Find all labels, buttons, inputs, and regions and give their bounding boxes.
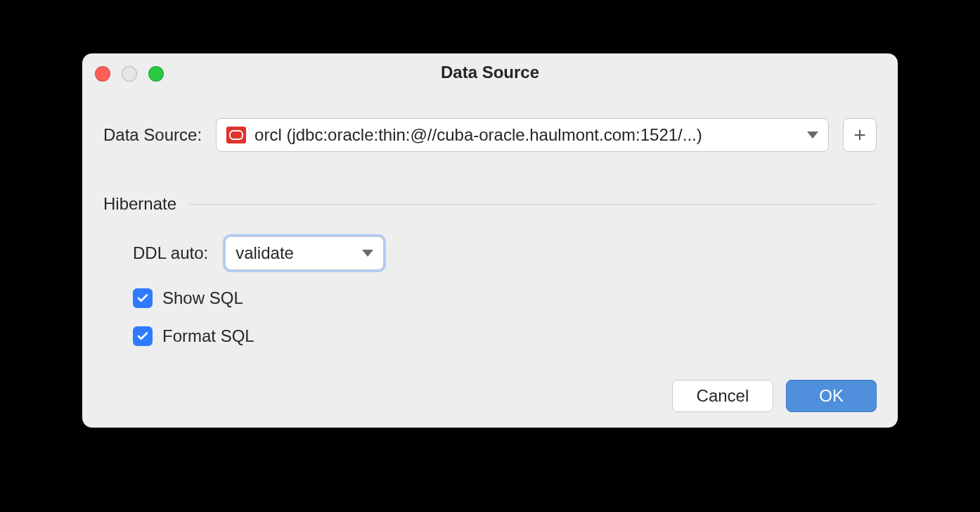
hibernate-section-header: Hibernate [103,194,877,214]
dialog-content: Data Source: orcl (jdbc:oracle:thin:@//c… [82,91,898,428]
close-window-button[interactable] [95,66,110,82]
dialog-title: Data Source [441,63,539,82]
checkmark-icon [136,292,149,305]
data-source-combo[interactable]: orcl (jdbc:oracle:thin:@//cuba-oracle.ha… [216,118,829,152]
ddl-auto-row: DDL auto: validate [103,236,877,270]
dialog-footer: Cancel OK [103,380,877,412]
section-divider [189,204,877,205]
hibernate-label: Hibernate [103,194,176,214]
ddl-auto-value: validate [236,243,354,263]
data-source-row: Data Source: orcl (jdbc:oracle:thin:@//c… [103,118,877,152]
plus-icon: + [853,123,866,147]
format-sql-row: Format SQL [103,326,877,346]
dialog-window: Data Source Data Source: orcl (jdbc:orac… [82,53,898,428]
minimize-window-button[interactable] [122,66,137,82]
ddl-auto-combo[interactable]: validate [225,236,384,270]
chevron-down-icon [807,132,818,139]
show-sql-row: Show SQL [103,288,877,308]
traffic-lights [95,66,164,82]
titlebar: Data Source [82,53,898,91]
checkmark-icon [136,330,149,343]
cancel-button[interactable]: Cancel [672,380,774,412]
zoom-window-button[interactable] [148,66,164,82]
chevron-down-icon [362,250,373,257]
format-sql-label: Format SQL [162,326,254,346]
oracle-icon [226,127,246,143]
ok-button[interactable]: OK [786,380,877,412]
ddl-auto-label: DDL auto: [133,243,208,263]
hibernate-section: Hibernate DDL auto: validate Show SQL [103,194,877,346]
data-source-label: Data Source: [103,125,202,145]
show-sql-checkbox[interactable] [133,288,153,308]
add-data-source-button[interactable]: + [843,118,877,152]
data-source-selected: orcl (jdbc:oracle:thin:@//cuba-oracle.ha… [254,125,799,145]
show-sql-label: Show SQL [162,288,243,308]
format-sql-checkbox[interactable] [133,326,153,346]
